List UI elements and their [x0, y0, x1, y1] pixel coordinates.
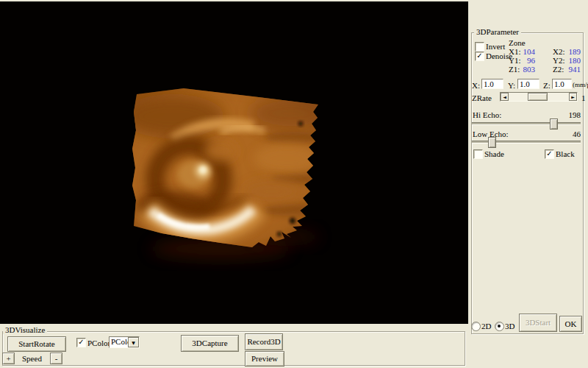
invert-label: Invert [486, 42, 505, 51]
mode-2d-radio[interactable] [471, 322, 481, 331]
zone-x1-value: 104 [519, 47, 535, 56]
pcolor-dropdown[interactable]: PColor ▼ [109, 336, 140, 348]
hi-echo-slider-track[interactable] [472, 122, 581, 125]
zone-z2-value: 941 [564, 65, 581, 74]
shade-checkbox[interactable]: ✓ [473, 149, 483, 159]
zrate-right-arrow-icon[interactable]: ► [569, 93, 577, 101]
denoise-checkbox[interactable]: ✓ [475, 52, 484, 61]
pcolor-checkbox[interactable]: ✓ [76, 338, 86, 347]
zone-z1-value: 803 [519, 65, 535, 74]
black-label: Black [556, 149, 575, 158]
black-checkbox[interactable]: ✓ [545, 149, 554, 159]
checkmark-icon: ✓ [476, 52, 482, 59]
scale-y-input[interactable] [517, 79, 539, 89]
ok-button[interactable]: OK [559, 316, 582, 332]
low-echo-value: 46 [563, 130, 581, 138]
speed-plus-button[interactable]: + [2, 353, 15, 364]
zone-y1-value: 96 [519, 56, 535, 65]
zone-x2-value: 189 [564, 47, 581, 56]
parameter-group-title: 3DParameter [474, 28, 521, 36]
zone-label: Zone [509, 38, 526, 47]
invert-checkbox[interactable]: ✓ [475, 42, 484, 52]
zone-x2-label: X2: [553, 47, 565, 56]
radio-dot-icon [498, 325, 501, 328]
zrate-slider-thumb[interactable] [528, 93, 548, 101]
zrate-left-arrow-icon[interactable]: ◄ [501, 93, 509, 101]
pcolor-dropdown-value: PColor [110, 337, 128, 347]
zone-y2-label: Y2: [553, 56, 565, 65]
mode-3d-label: 3D [505, 322, 514, 330]
start-rotate-button[interactable]: StartRotate [7, 336, 66, 352]
scale-y-label: Y: [508, 81, 515, 90]
capture-3d-button[interactable]: 3DCapture [181, 335, 239, 352]
checkmark-icon: ✓ [546, 150, 552, 157]
record-3d-button[interactable]: Record3D [245, 333, 283, 350]
zrate-label: ZRate [472, 93, 492, 102]
render-viewport[interactable] [0, 1, 468, 324]
zrate-slider[interactable]: ◄ ► [500, 92, 578, 102]
zone-z1-label: Z1: [509, 65, 520, 74]
scale-x-label: X: [472, 81, 480, 90]
pcolor-checkbox-label: PColor [87, 339, 110, 347]
hi-echo-value: 198 [563, 110, 581, 119]
ultrasound-3d-image [0, 1, 468, 324]
visualize-group-title: 3DVisualize [3, 326, 47, 334]
speed-minus-button[interactable]: - [50, 353, 62, 364]
scale-unit-label: (mm/p) [573, 80, 588, 89]
dropdown-arrow-icon[interactable]: ▼ [128, 337, 139, 347]
start-3d-button[interactable]: 3DStart [519, 314, 557, 332]
mode-3d-radio[interactable] [495, 322, 504, 331]
zone-y2-value: 180 [564, 56, 581, 65]
low-echo-slider-thumb[interactable] [488, 137, 496, 148]
checkmark-icon: ✓ [78, 339, 84, 345]
app-window: 3DParameter ✓ Invert ✓ Denoise Zone X1: … [0, 0, 588, 368]
scale-x-input[interactable] [481, 79, 503, 89]
zrate-value: 1 [581, 93, 586, 102]
parameter-groupbox [471, 32, 584, 334]
mode-2d-label: 2D [481, 322, 491, 330]
scale-z-label: Z: [543, 81, 551, 90]
hi-echo-slider-thumb[interactable] [550, 118, 558, 130]
shade-label: Shade [484, 149, 504, 158]
hi-echo-label: Hi Echo: [473, 110, 501, 119]
scale-z-input[interactable] [552, 79, 572, 89]
speed-label: Speed [22, 354, 42, 363]
zone-z2-label: Z2: [553, 65, 564, 74]
preview-button[interactable]: Preview [245, 351, 284, 367]
